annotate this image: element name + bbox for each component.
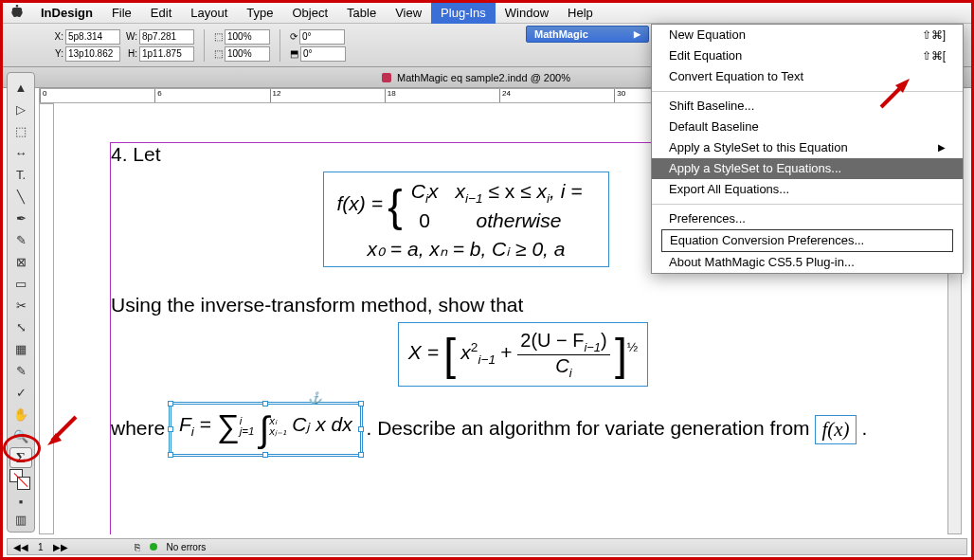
y-field[interactable] [65, 46, 120, 62]
submenu-arrow-icon: ▶ [634, 29, 640, 39]
w-field[interactable] [139, 29, 194, 45]
scaley-icon: ⬚ [214, 48, 223, 59]
menu-styleset-this[interactable]: Apply a StyleSet to this Equation▶ [652, 137, 963, 158]
shear-icon: ⬒ [290, 48, 298, 59]
pen-tool[interactable]: ✒ [9, 208, 32, 228]
page-number[interactable]: 1 [38, 542, 44, 552]
annotation-arrow-sigma [43, 412, 81, 450]
menu-view[interactable]: View [386, 3, 431, 24]
gradient-tool[interactable]: ▦ [9, 338, 32, 359]
scale-x-field[interactable] [225, 29, 270, 45]
h-label: H: [124, 48, 137, 59]
page-nav-prev-icon[interactable]: ◀◀ [13, 542, 28, 552]
scalex-icon: ⬚ [214, 31, 223, 42]
mathmagic-label: MathMagic [534, 28, 588, 40]
text-inverse-transform: Using the inverse-transform method, show… [111, 294, 523, 316]
menu-separator [652, 204, 963, 205]
menu-window[interactable]: Window [496, 3, 558, 24]
rotate-icon: ⟳ [290, 31, 298, 42]
apply-color[interactable]: ▪ [9, 493, 32, 510]
rectangle-frame-tool[interactable]: ⊠ [9, 251, 32, 272]
anchor-icon: ⚓ [308, 391, 322, 405]
equation-3-selected[interactable]: ⚓ Fi = ∑ij=1 ∫xᵢxⱼ₋₁ Cⱼ x dx [171, 404, 361, 455]
menu-export-all[interactable]: Export All Equations... [652, 179, 963, 200]
menu-type[interactable]: Type [237, 3, 282, 24]
status-bar: ◀◀ 1 ▶▶ ⎘ No errors [7, 538, 967, 555]
vertical-ruler [39, 103, 54, 534]
toolbox: ▲ ▷ ⬚ ↔ T. ╲ ✒ ✎ ⊠ ▭ ✂ ⤡ ▦ ✎ ✓ ✋ 🔍 Σ ▪ ▥ [7, 72, 35, 533]
menu-object[interactable]: Object [283, 3, 338, 24]
plugins-dropdown: New Equation⇧⌘] Edit Equation⇧⌘[ Convert… [651, 24, 964, 274]
equation-1[interactable]: f(x) = { Cix xi−1 ≤ x ≤ xi, i = 0 otherw… [323, 172, 610, 267]
type-tool[interactable]: T. [9, 164, 32, 185]
menu-about[interactable]: About MathMagic CS5.5 Plug-in... [652, 252, 963, 273]
doc-title[interactable]: MathMagic eq sample2.indd @ 200% [397, 72, 570, 83]
menu-plugins[interactable]: Plug-Ins [431, 3, 496, 24]
error-indicator-icon [150, 543, 157, 551]
hand-tool[interactable]: ✋ [9, 404, 32, 425]
errors-label[interactable]: No errors [167, 542, 207, 552]
fill-stroke-swatch[interactable] [9, 469, 32, 492]
text-describe: . Describe an algorithm for variate gene… [367, 417, 816, 439]
doc-indicator-icon [382, 73, 391, 82]
app-name: InDesign [31, 6, 102, 20]
annotation-arrow-menu [876, 74, 914, 112]
selection-tool[interactable]: ▲ [9, 77, 32, 98]
menu-edit[interactable]: Edit [141, 3, 181, 24]
gap-tool[interactable]: ↔ [9, 142, 32, 163]
menu-convert-to-text[interactable]: Convert Equation to Text [652, 66, 963, 87]
text-4-let: 4. Let [111, 143, 161, 165]
equation-2[interactable]: X = [ x2i−1 + 2(U − Fi−1) Ci ]½ [398, 322, 648, 387]
menu-shift-baseline[interactable]: Shift Baseline... [652, 96, 963, 117]
screen-mode[interactable]: ▥ [9, 511, 32, 528]
open-icon[interactable]: ⎘ [135, 542, 140, 552]
menu-edit-equation[interactable]: Edit Equation⇧⌘[ [652, 45, 963, 66]
shear-field[interactable] [300, 46, 346, 62]
scale-y-field[interactable] [225, 46, 270, 62]
mac-menubar: InDesign File Edit Layout Type Object Ta… [3, 3, 971, 24]
menu-file[interactable]: File [102, 3, 141, 24]
pencil-tool[interactable]: ✎ [9, 229, 32, 250]
rotate-field[interactable] [299, 29, 345, 45]
rectangle-tool[interactable]: ▭ [9, 273, 32, 294]
direct-selection-tool[interactable]: ▷ [9, 99, 32, 119]
menu-styleset-equations[interactable]: Apply a StyleSet to Equations... [652, 158, 963, 179]
note-tool[interactable]: ✎ [9, 360, 32, 381]
menu-default-baseline[interactable]: Default Baseline [652, 117, 963, 137]
menu-preferences[interactable]: Preferences... [652, 208, 963, 229]
y-label: Y: [50, 48, 63, 59]
menu-conversion-prefs[interactable]: Equation Conversion Preferences... [661, 229, 953, 252]
w-label: W: [124, 31, 137, 42]
apple-icon[interactable] [3, 5, 31, 21]
text-where: where [111, 417, 171, 439]
x-label: X: [50, 31, 63, 42]
annotation-circle [3, 434, 41, 462]
menu-new-equation[interactable]: New Equation⇧⌘] [652, 25, 963, 45]
submenu-arrow-icon: ▶ [938, 139, 946, 156]
transform-tool[interactable]: ⤡ [9, 316, 32, 337]
menu-help[interactable]: Help [558, 3, 603, 24]
menu-table[interactable]: Table [337, 3, 386, 24]
scissors-tool[interactable]: ✂ [9, 295, 32, 316]
page-nav-next-icon[interactable]: ▶▶ [53, 542, 68, 552]
menu-layout[interactable]: Layout [181, 3, 237, 24]
eyedropper-tool[interactable]: ✓ [9, 382, 32, 403]
x-field[interactable] [65, 29, 120, 45]
h-field[interactable] [139, 46, 194, 62]
equation-4[interactable]: f(x) [815, 415, 856, 444]
mathmagic-submenu[interactable]: MathMagic ▶ [526, 26, 649, 43]
page-tool[interactable]: ⬚ [9, 120, 32, 141]
menu-separator [652, 91, 963, 92]
line-tool[interactable]: ╲ [9, 186, 32, 207]
